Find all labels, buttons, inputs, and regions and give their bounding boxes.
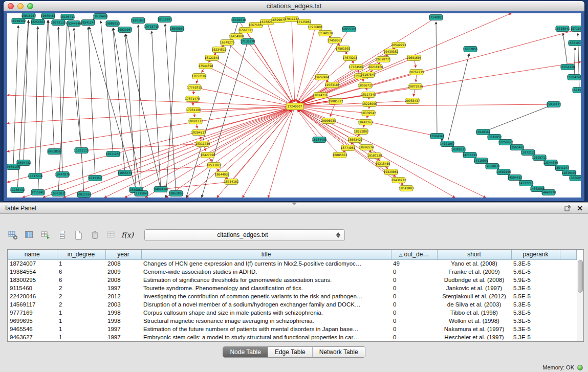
show-columns-icon[interactable] [23,229,36,241]
graph-node[interactable]: 17125067 [297,19,312,25]
graph-node[interactable]: 11381111 [74,148,89,154]
tab-node-table[interactable]: Node Table [223,347,268,357]
graph-node[interactable]: 18996574 [359,145,374,150]
cell[interactable]: Corpus callosum shape and size in male p… [141,309,391,317]
graph-node[interactable]: 17240007 [286,103,303,110]
graph-node[interactable]: 18256862 [31,19,46,25]
graph-node[interactable]: 19763105 [325,82,340,88]
graph-node[interactable]: 15318541 [555,26,570,32]
cell[interactable]: Investigating the contribution of common… [141,292,391,300]
table-row[interactable]: 1872400712008Changes of HCN gene express… [8,259,577,268]
cell[interactable]: 1998 [105,309,141,317]
column-header-out_de[interactable]: △out_de… [391,250,437,259]
graph-node[interactable]: 17561092 [336,46,351,52]
rows-icon[interactable] [55,229,69,241]
cell[interactable]: 6 [57,268,105,276]
graph-node[interactable]: 10022266 [77,192,92,198]
cell[interactable]: 0 [391,309,437,317]
graph-node[interactable]: 9499420 [154,187,167,192]
table-row[interactable]: 1830029562008Estimation of significance … [8,276,577,284]
table-row[interactable]: 2242004622012Investigating the contribut… [8,292,577,300]
graph-node[interactable]: 16121045 [205,55,220,61]
cell[interactable]: 19384554 [8,268,57,276]
cell[interactable]: 0 [391,325,437,333]
graph-node[interactable]: 10381031 [51,191,66,196]
table-selector-combobox[interactable]: citations_edges.txt [144,229,345,241]
table-panel-header[interactable]: Table Panel ✕ [0,203,588,214]
graph-node[interactable]: 19430272 [391,178,406,183]
column-header-name[interactable]: name [8,250,57,259]
cell[interactable]: Disruption of a novel member of a sodium… [141,300,391,309]
graph-node[interactable]: 15584341 [430,134,445,139]
cell[interactable]: Jankovic et al. (1997) [437,284,511,292]
graph-node[interactable]: 20549993 [391,42,406,48]
graph-node[interactable]: 18940362 [11,18,26,24]
graph-node[interactable]: 19715715 [144,24,159,30]
cell[interactable]: 5.3E-5 [511,317,560,325]
graph-node[interactable]: 16567321 [238,28,253,33]
graph-node[interactable]: 20328771 [376,57,391,62]
graph-node[interactable]: 20439382 [384,49,399,55]
graph-node[interactable]: 18774951 [341,145,356,151]
graph-node[interactable]: 19985327 [329,99,343,104]
graph-node[interactable]: 18311730 [195,141,210,147]
cell[interactable]: 2 [57,284,105,292]
graph-node[interactable]: 20072125 [51,20,66,26]
cell[interactable]: 5.3E-5 [511,300,560,309]
cell[interactable]: 2 [57,300,105,309]
graph-node[interactable]: 20021067 [118,27,133,33]
cell[interactable]: 9465546 [8,325,57,333]
graph-node[interactable]: 19565465 [41,13,56,19]
graph-node[interactable]: 10862856 [169,191,184,196]
cell[interactable]: 5.3E-5 [511,259,560,268]
graph-node[interactable]: 14110991 [474,158,489,164]
column-header-in_degree[interactable]: in_degree [57,250,105,259]
graph-node[interactable]: 18006721 [358,83,373,89]
cell[interactable]: 9699695 [8,317,57,325]
cell[interactable]: 2 [57,292,105,300]
cell[interactable]: 5.9E-5 [511,276,560,284]
table-row[interactable]: 911546021997Tourette syndrome. Phenomeno… [8,284,577,292]
cell[interactable]: 9115460 [8,284,57,292]
graph-node[interactable]: 18117345 [361,92,376,98]
graph-node[interactable]: 12839490 [562,170,577,176]
graph-node[interactable]: 19218450 [376,161,390,167]
cell[interactable]: Hescheler et al. (1997) [437,333,511,341]
graph-node[interactable]: 10594432 [16,160,31,166]
graph-node[interactable]: 14381031 [451,147,466,152]
graph-node[interactable]: 17871470 [185,96,200,102]
tab-network-table[interactable]: Network Table [312,347,365,357]
graph-node[interactable]: 19015957 [21,13,36,19]
cell[interactable]: Embryonic stem cells: a model to study s… [141,333,391,341]
graph-node[interactable]: 16055370 [342,27,357,32]
graph-node[interactable]: 18427390 [201,152,215,158]
graph-node[interactable]: 18552807 [354,129,369,135]
function-builder-icon[interactable]: f(x) [121,229,134,241]
graph-node[interactable]: 18839490 [93,14,108,19]
scrollbar-thumb[interactable] [578,260,583,293]
graph-node[interactable]: 20651604 [407,55,422,61]
cell[interactable]: 1997 [105,284,141,292]
graph-node[interactable]: 16381031 [568,40,581,46]
cell[interactable]: 6 [57,276,105,284]
cell[interactable]: 1 [57,259,105,268]
graph-node[interactable]: 17981106 [186,107,201,113]
new-file-icon[interactable] [72,229,85,241]
graph-node[interactable]: 18195711 [60,14,75,20]
cell[interactable]: 1 [57,333,105,341]
graph-node[interactable]: 11236432 [10,187,25,193]
cell[interactable]: 1 [57,325,105,333]
column-header-short[interactable]: short [437,250,511,259]
graph-node[interactable]: 19874716 [313,93,328,98]
column-header-year[interactable]: year [105,250,141,259]
graph-node[interactable]: 13541247 [555,165,570,171]
graph-node[interactable]: 18228906 [362,101,377,107]
vertical-scrollbar[interactable] [577,259,583,341]
table-row[interactable]: 977716911998Corpus callosum shape and si… [8,309,577,317]
graph-node[interactable]: 18533822 [207,163,222,168]
network-canvas[interactable]: 1894036219015957182568621956546520072125… [7,13,581,198]
graph-node[interactable]: 19344640 [67,21,81,27]
graph-node[interactable]: 17652199 [192,74,207,79]
graph-node[interactable]: 14715715 [463,152,477,158]
graph-node[interactable]: 18441263 [358,120,373,125]
